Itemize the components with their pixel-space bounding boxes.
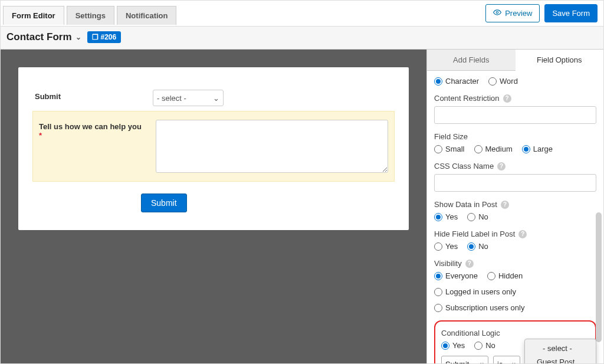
tab-notification[interactable]: Notification <box>117 6 177 25</box>
field-label: Submit <box>35 90 141 101</box>
preview-button[interactable]: Preview <box>485 4 540 22</box>
submit-button[interactable]: Submit <box>141 194 187 212</box>
top-bar: Form Editor Settings Notification Previe… <box>1 1 603 27</box>
cond-op-select[interactable]: is <box>493 356 520 363</box>
chevron-down-icon: ⌄ <box>213 94 219 103</box>
radio-cond-yes[interactable]: Yes <box>441 341 465 350</box>
radio-size-small[interactable]: Small <box>434 145 465 153</box>
radio-vis-logged[interactable]: Logged in users only <box>434 287 516 296</box>
radio-size-medium[interactable]: Medium <box>474 145 513 153</box>
title-bar: Contact Form ⌄ ❐ #206 <box>1 27 603 50</box>
preview-label: Preview <box>505 9 532 18</box>
panel-tab-field-options[interactable]: Field Options <box>516 50 604 71</box>
form-id-badge[interactable]: ❐ #206 <box>87 31 122 43</box>
radio-vis-everyone[interactable]: Everyone <box>434 271 478 280</box>
content-restriction-input[interactable] <box>434 106 596 124</box>
radio-show-yes[interactable]: Yes <box>434 212 458 221</box>
select-value: - select - <box>157 94 186 103</box>
save-form-button[interactable]: Save Form <box>544 4 598 22</box>
panel-scrollbar[interactable] <box>596 212 602 342</box>
form-title[interactable]: Contact Form ⌄ <box>6 31 81 43</box>
field-select[interactable]: - select - ⌄ <box>153 90 224 106</box>
radio-vis-subs[interactable]: Subscription users only <box>434 303 524 312</box>
cond-field-select[interactable]: Submit <box>441 356 488 363</box>
tab-settings[interactable]: Settings <box>67 6 114 25</box>
panel-body: Character Word Content Restriction? Fiel… <box>427 71 603 363</box>
cond-value-dropdown: - select - Guest Post Support Request <box>524 339 596 363</box>
form-canvas[interactable]: Submit - select - ⌄ Tell us how we can h… <box>18 67 409 230</box>
css-class-input[interactable] <box>434 174 596 192</box>
eye-icon <box>493 8 501 18</box>
radio-hide-yes[interactable]: Yes <box>434 242 458 251</box>
help-textarea[interactable] <box>156 120 388 173</box>
dropdown-option-guest-post[interactable]: Guest Post <box>525 355 596 363</box>
help-icon[interactable]: ? <box>465 260 474 268</box>
field-row-submit[interactable]: Submit - select - ⌄ <box>32 85 395 111</box>
field-row-help[interactable]: Tell us how we can help you * <box>32 111 395 182</box>
main-tabs: Form Editor Settings Notification <box>3 6 176 25</box>
right-panel: Add Fields Field Options Character Word … <box>426 50 603 363</box>
radio-show-no[interactable]: No <box>467 212 488 221</box>
tab-form-editor[interactable]: Form Editor <box>3 6 64 25</box>
radio-size-large[interactable]: Large <box>522 145 553 153</box>
radio-vis-hidden[interactable]: Hidden <box>487 271 523 280</box>
shortcode-icon: ❐ <box>92 33 99 41</box>
svg-point-0 <box>496 11 498 14</box>
dropdown-option-placeholder[interactable]: - select - <box>525 342 596 355</box>
form-id-text: #206 <box>101 33 117 41</box>
form-title-text: Contact Form <box>6 31 72 43</box>
chevron-down-icon: ⌄ <box>76 33 81 41</box>
help-icon[interactable]: ? <box>503 94 511 103</box>
help-icon[interactable]: ? <box>497 162 505 170</box>
radio-hide-no[interactable]: No <box>467 242 488 251</box>
radio-character[interactable]: Character <box>434 77 479 86</box>
panel-tab-add-fields[interactable]: Add Fields <box>427 50 516 71</box>
help-icon[interactable]: ? <box>501 201 509 209</box>
field-label: Tell us how we can help you * <box>39 120 144 140</box>
form-canvas-area: Submit - select - ⌄ Tell us how we can h… <box>1 50 426 363</box>
radio-cond-no[interactable]: No <box>474 341 495 350</box>
help-icon[interactable]: ? <box>518 230 527 238</box>
radio-word[interactable]: Word <box>488 77 518 86</box>
